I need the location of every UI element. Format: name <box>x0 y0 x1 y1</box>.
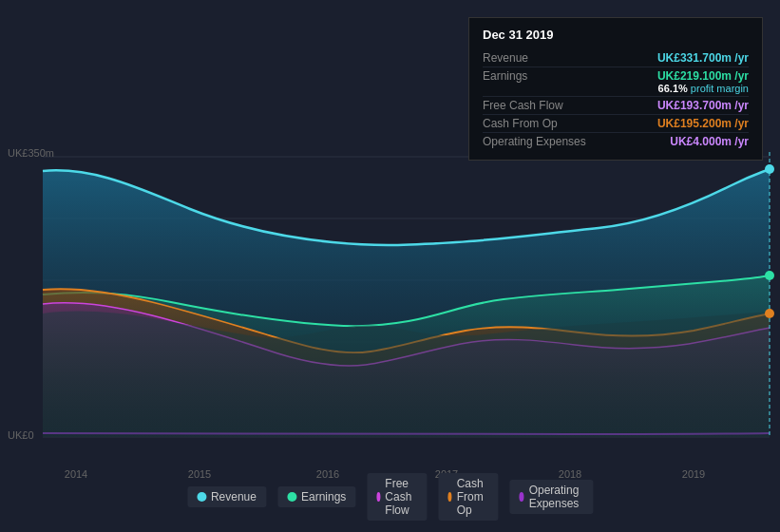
legend-item-fcf[interactable]: Free Cash Flow <box>367 473 427 521</box>
tooltip-value-op-expenses: UK£4.000m /yr <box>670 135 749 148</box>
tooltip-box: Dec 31 2019 Revenue UK£331.700m /yr Earn… <box>468 17 763 161</box>
legend-dot-revenue <box>197 492 206 502</box>
earnings-dot <box>765 271 774 280</box>
tooltip-label-revenue: Revenue <box>483 51 528 65</box>
tooltip-value-revenue: UK£331.700m /yr <box>657 51 749 65</box>
revenue-dot <box>765 164 774 174</box>
legend-item-revenue[interactable]: Revenue <box>187 486 266 507</box>
x-label-2019: 2019 <box>682 468 705 480</box>
legend-label-cash-op: Cash From Op <box>457 477 489 517</box>
tooltip-label-op-expenses: Operating Expenses <box>483 135 586 148</box>
tooltip-row-fcf: Free Cash Flow UK£193.700m /yr <box>483 97 749 115</box>
tooltip-value-earnings: UK£219.100m /yr <box>657 69 749 83</box>
tooltip-row-op-expenses: Operating Expenses UK£4.000m /yr <box>483 133 749 150</box>
legend-label-fcf: Free Cash Flow <box>385 477 417 517</box>
tooltip-label-earnings: Earnings <box>483 69 527 83</box>
tooltip-row-earnings: Earnings UK£219.100m /yr 66.1% profit ma… <box>483 67 749 97</box>
tooltip-date: Dec 31 2019 <box>483 28 749 42</box>
tooltip-label-cash-op: Cash From Op <box>483 117 558 130</box>
legend-dot-earnings <box>287 492 296 502</box>
tooltip-value-fcf: UK£193.700m /yr <box>657 99 749 112</box>
x-label-2014: 2014 <box>65 468 87 480</box>
legend: Revenue Earnings Free Cash Flow Cash Fro… <box>187 473 593 521</box>
legend-dot-fcf <box>376 492 380 502</box>
chart-container: UK£350m UK£0 2014 2015 2016 2017 2018 20… <box>0 0 780 532</box>
legend-item-cash-op[interactable]: Cash From Op <box>438 473 498 521</box>
tooltip-row-cash-op: Cash From Op UK£195.200m /yr <box>483 115 749 133</box>
legend-item-op-expenses[interactable]: Operating Expenses <box>509 480 593 514</box>
tooltip-value-cash-op: UK£195.200m /yr <box>657 117 749 130</box>
y-label-bottom: UK£0 <box>8 429 34 441</box>
tooltip-row-revenue: Revenue UK£331.700m /yr <box>483 49 749 67</box>
legend-label-op-expenses: Operating Expenses <box>529 484 583 510</box>
legend-label-earnings: Earnings <box>301 490 346 504</box>
legend-label-revenue: Revenue <box>211 490 257 504</box>
tooltip-label-fcf: Free Cash Flow <box>483 99 563 112</box>
y-label-top: UK£350m <box>8 147 54 159</box>
cash-op-dot <box>765 309 774 318</box>
legend-dot-cash-op <box>447 492 451 502</box>
legend-dot-op-expenses <box>519 492 523 502</box>
legend-item-earnings[interactable]: Earnings <box>277 486 355 507</box>
tooltip-margin: 66.1% profit margin <box>657 83 749 94</box>
